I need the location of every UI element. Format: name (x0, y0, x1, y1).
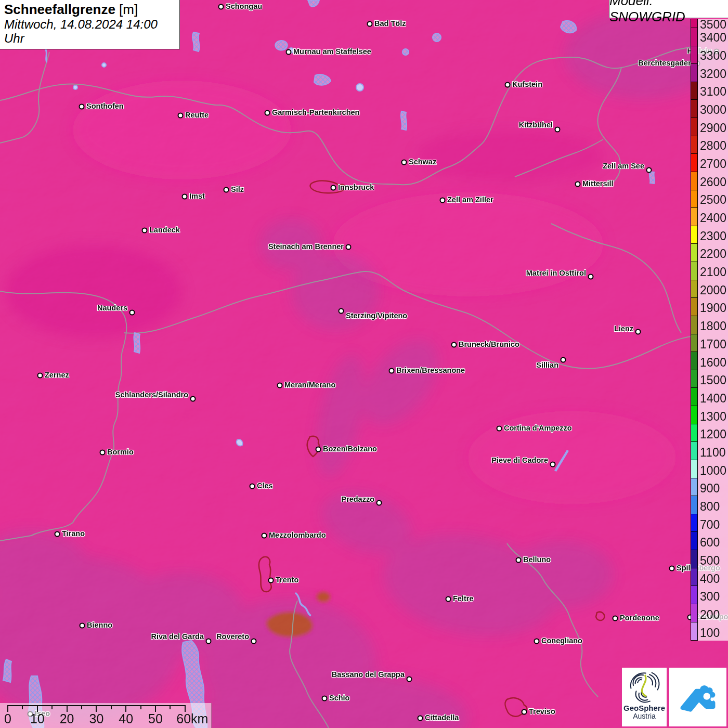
colorbar-band-700 (691, 514, 697, 532)
scalebar-label: 40 (119, 711, 133, 726)
colorbar-strip (691, 19, 698, 641)
scalebar-minor-tick (22, 705, 23, 709)
scale-bar: 0102030405060km (0, 703, 212, 728)
weather-map-screenshot: SchongauBad TölzKemptenMurnau am Staffel… (0, 0, 728, 728)
scalebar-label: 20 (60, 711, 74, 726)
mountain-cloud-icon (675, 675, 720, 720)
colorbar-band-400 (691, 568, 697, 587)
geosphere-austria-logo: GeoSphere Austria (622, 668, 667, 726)
geosphere-logo-text-2: Austria (633, 712, 656, 720)
scalebar-label: 0 (4, 711, 11, 726)
scalebar-minor-tick (140, 705, 141, 709)
scalebar-minor-tick (51, 705, 53, 709)
scalebar-label: 30 (89, 711, 103, 726)
colorbar-band-3400 (691, 28, 697, 46)
colorbar-band-2900 (691, 118, 697, 136)
colorbar-band-1000 (691, 460, 697, 478)
colorbar-band-2600 (691, 172, 697, 190)
model-label-box: Modell: SNOWGRID (609, 0, 728, 18)
geosphere-contour-icon (628, 671, 661, 703)
colorbar-band-100 (691, 622, 697, 641)
colorbar-band-300 (691, 586, 697, 604)
map-canvas (0, 0, 728, 728)
geosphere-logo-text-1: GeoSphere (623, 704, 665, 712)
colorbar-band-1800 (691, 316, 697, 334)
map-title-unit: [m] (115, 2, 138, 17)
map-title: Schneefallgrenze [m] (4, 2, 174, 17)
colorbar-band-2000 (691, 280, 697, 298)
scalebar-label: 10 (30, 711, 45, 726)
colorbar-band-800 (691, 496, 697, 514)
colorbar-band-900 (691, 478, 697, 497)
colorbar-band-1500 (691, 370, 697, 388)
colorbar-band-1100 (691, 442, 697, 460)
scalebar-minor-tick (170, 705, 171, 709)
avalanche-service-logo (669, 668, 726, 726)
colorbar-band-3000 (691, 100, 697, 118)
model-label: Modell: SNOWGRID (609, 0, 728, 25)
colorbar-band-3300 (691, 46, 697, 64)
scalebar-label: 50 (148, 711, 163, 726)
colorbar-band-1400 (691, 388, 697, 406)
colorbar-band-2200 (691, 244, 697, 262)
scalebar-minor-tick (111, 705, 112, 709)
map-title-text: Schneefallgrenze (4, 2, 115, 17)
colorbar-band-1200 (691, 424, 697, 443)
colorbar-band-3200 (691, 64, 697, 82)
colorbar-band-600 (691, 532, 697, 550)
colorbar-band-2700 (691, 154, 697, 172)
colorbar-band-1900 (691, 298, 697, 316)
hillshade-texture (0, 0, 728, 728)
colorbar-band-2300 (691, 226, 697, 244)
colorbar-band-2800 (691, 136, 697, 154)
colorbar-band-1600 (691, 352, 697, 370)
colorbar-band-200 (691, 604, 697, 622)
colorbar-band-3100 (691, 82, 697, 100)
colorbar-band-2100 (691, 262, 697, 280)
colorbar-label-strip (698, 19, 728, 641)
colorbar-band-1300 (691, 406, 697, 424)
title-box: Schneefallgrenze [m] Mittwoch, 14.08.202… (0, 0, 180, 49)
scalebar-label: 60km (176, 711, 208, 726)
colorbar-band-1700 (691, 334, 697, 353)
colorbar-band-500 (691, 550, 697, 568)
scalebar-minor-tick (81, 705, 82, 709)
colorbar-band-2500 (691, 190, 697, 209)
map-subtitle-datetime: Mittwoch, 14.08.2024 14:00 Uhr (4, 17, 174, 45)
colorbar-band-2400 (691, 208, 697, 226)
